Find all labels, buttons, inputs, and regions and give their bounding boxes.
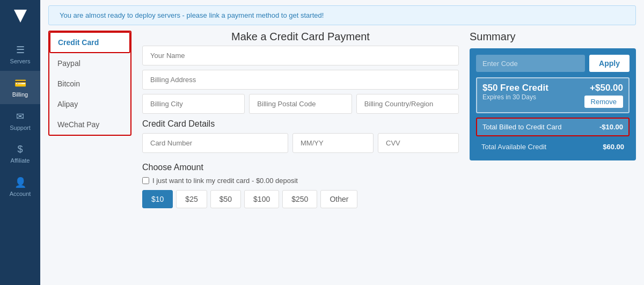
total-billed-label: Total Billed to Credit Card [482,123,561,131]
total-billed-row: Total Billed to Credit Card -$10.00 [476,118,630,136]
available-credit-row: Total Available Credit $60.00 [476,140,630,154]
promo-name: $50 Free Credit [482,83,548,93]
form-title: Make a Credit Card Payment [142,31,459,43]
amount-btn-10[interactable]: $10 [142,190,173,208]
billing-postal-input[interactable] [249,94,352,114]
available-credit-label: Total Available Credit [481,143,546,151]
sidebar-item-support[interactable]: ✉ Support [0,104,40,137]
amount-btn-100[interactable]: $100 [244,190,279,208]
total-billed-value: -$10.00 [599,123,623,131]
banner-text: You are almost ready to deploy servers -… [60,11,324,19]
billing-country-input[interactable] [356,94,459,114]
summary-title: Summary [470,31,636,43]
amount-buttons: $10 $25 $50 $100 $250 Other [142,190,459,208]
promo-left: $50 Free Credit Expires in 30 Days [482,83,548,101]
payment-method-bitcoin[interactable]: Bitcoin [49,74,130,94]
amount-btn-250[interactable]: $250 [282,190,317,208]
promo-expires: Expires in 30 Days [482,93,548,101]
billing-address-input[interactable] [142,70,459,90]
remove-promo-button[interactable]: Remove [584,96,623,108]
billing-row [142,94,459,114]
amount-btn-other[interactable]: Other [320,190,357,208]
card-expiry-input[interactable] [292,133,374,153]
account-icon: 👤 [14,177,26,188]
link-only-label: I just want to link my credit card - $0.… [152,177,298,185]
payment-method-wechat[interactable]: WeChat Pay [49,114,130,135]
sidebar-servers-label: Servers [10,58,31,64]
available-credit-value: $60.00 [603,143,624,151]
card-inputs-row [142,133,459,157]
promo-row: $50 Free Credit Expires in 30 Days +$50.… [476,77,630,113]
sidebar-account-label: Account [10,191,31,197]
link-only-checkbox[interactable] [142,177,149,184]
promo-right: +$50.00 Remove [584,83,623,108]
amount-section: Choose Amount I just want to link my cre… [142,163,459,208]
summary-box: Apply $50 Free Credit Expires in 30 Days… [470,48,636,160]
billing-city-input[interactable] [142,94,245,114]
card-number-input[interactable] [142,133,288,153]
payment-method-credit-card[interactable]: Credit Card [49,32,130,53]
coupon-row: Apply [476,55,630,72]
sidebar-item-billing[interactable]: 💳 Billing [0,71,40,104]
sidebar-billing-label: Billing [12,91,28,98]
promo-amount: +$50.00 [590,83,623,93]
payment-form: Make a Credit Card Payment Credit Card D… [142,31,459,280]
summary-section: Summary Apply $50 Free Credit Expires in… [470,31,636,280]
logo [10,5,31,27]
amount-btn-25[interactable]: $25 [176,190,207,208]
svg-marker-0 [14,10,27,23]
link-only-row: I just want to link my credit card - $0.… [142,177,459,185]
card-details-title: Credit Card Details [142,119,459,129]
content-area: Credit Card Paypal Bitcoin Alipay WeChat… [40,25,644,285]
payment-methods-box: Credit Card Paypal Bitcoin Alipay WeChat… [48,31,131,136]
sidebar-item-servers[interactable]: ☰ Servers [0,38,40,71]
amount-btn-50[interactable]: $50 [210,190,241,208]
support-icon: ✉ [16,111,24,122]
sidebar-affiliate-label: Affiliate [11,157,30,164]
info-banner: You are almost ready to deploy servers -… [48,5,636,25]
payment-method-paypal[interactable]: Paypal [49,53,130,74]
payment-method-alipay[interactable]: Alipay [49,94,130,114]
name-input[interactable] [142,46,459,65]
sidebar-support-label: Support [10,125,31,131]
choose-amount-title: Choose Amount [142,163,459,172]
card-cvv-input[interactable] [378,133,459,153]
servers-icon: ☰ [16,44,25,56]
main-area: You are almost ready to deploy servers -… [40,0,644,285]
sidebar-item-affiliate[interactable]: $ Affiliate [0,137,40,170]
payment-method-nav: Credit Card Paypal Bitcoin Alipay WeChat… [48,31,131,280]
apply-button[interactable]: Apply [589,55,630,72]
billing-icon: 💳 [14,77,26,89]
affiliate-icon: $ [17,144,23,155]
sidebar-item-account[interactable]: 👤 Account [0,170,40,203]
sidebar: ☰ Servers 💳 Billing ✉ Support $ Affiliat… [0,0,40,285]
coupon-input[interactable] [476,55,585,72]
